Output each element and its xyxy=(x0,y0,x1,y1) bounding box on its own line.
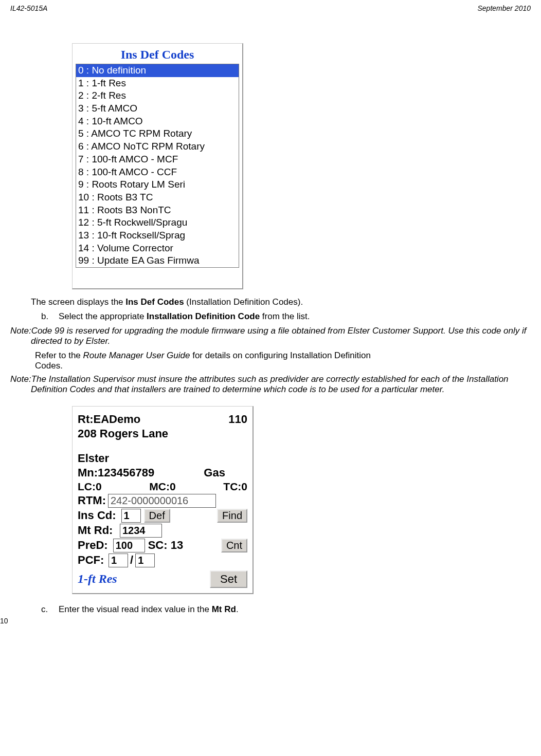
meter-number: Mn:123456789 xyxy=(78,466,154,480)
note-2: Note: The Installation Supervisor must i… xyxy=(10,374,531,395)
list-item[interactable]: 13 : 10-ft Rocksell/Sprag xyxy=(76,229,239,242)
find-button[interactable]: Find xyxy=(217,509,247,523)
list-item[interactable]: 0 : No definition xyxy=(76,64,239,77)
mc-value: MC:0 xyxy=(149,481,175,493)
rtm-input[interactable] xyxy=(108,494,216,508)
step-b-bullet: b. xyxy=(41,311,49,322)
pred-label: PreD: xyxy=(78,539,108,552)
pred-input[interactable] xyxy=(113,539,145,552)
selected-code-name: 1-ft Res xyxy=(78,572,117,586)
cnt-button[interactable]: Cnt xyxy=(221,539,247,552)
set-button[interactable]: Set xyxy=(210,570,247,588)
pcf-numerator-input[interactable] xyxy=(109,554,128,567)
page-number: 10 xyxy=(0,617,8,625)
list-item[interactable]: 5 : AMCO TC RPM Rotary xyxy=(76,127,239,140)
list-item[interactable]: 1 : 1-ft Res xyxy=(76,77,239,90)
pcf-label: PCF: xyxy=(78,554,106,567)
step-b: b. Select the appropriate Installation D… xyxy=(41,311,531,322)
note-1: Note: Code 99 is reserved for upgrading … xyxy=(10,326,531,346)
list-item[interactable]: 4 : 10-ft AMCO xyxy=(76,115,239,128)
doc-id: IL42-5015A xyxy=(10,4,47,12)
list-item[interactable]: 3 : 5-ft AMCO xyxy=(76,102,239,115)
tc-value: TC:0 xyxy=(223,481,247,493)
pcf-sep: / xyxy=(130,554,133,567)
pcf-denominator-input[interactable] xyxy=(135,554,155,567)
refer-line: Refer to the Route Manager User Guide fo… xyxy=(35,351,395,371)
ins-def-codes-list[interactable]: 0 : No definition 1 : 1-ft Res 2 : 2-ft … xyxy=(76,64,239,268)
list-item[interactable]: 8 : 100-ft AMCO - CCF xyxy=(76,166,239,179)
list-item[interactable]: 9 : Roots Rotary LM Seri xyxy=(76,178,239,191)
inscd-label: Ins Cd: xyxy=(78,509,116,522)
def-button[interactable]: Def xyxy=(144,509,170,523)
list-item[interactable]: 14 : Volume Corrector xyxy=(76,242,239,255)
list-item[interactable]: 7 : 100-ft AMCO - MCF xyxy=(76,153,239,166)
step-b-text: Select the appropriate Installation Defi… xyxy=(59,311,310,322)
company: Elster xyxy=(78,452,109,465)
caption-line: The screen displays the Ins Def Codes (I… xyxy=(31,297,531,308)
rtm-label: RTM: xyxy=(78,494,106,507)
list-item[interactable]: 11 : Roots B3 NonTC xyxy=(76,204,239,217)
list-item[interactable]: 2 : 2-ft Res xyxy=(76,89,239,102)
route-label: Rt:EADemo xyxy=(78,413,140,426)
inscd-input[interactable] xyxy=(121,509,141,523)
mtrd-label: Mt Rd: xyxy=(78,524,118,537)
list-item[interactable]: 12 : 5-ft Rockwell/Spragu xyxy=(76,216,239,229)
step-c-text: Enter the visual read index value in the… xyxy=(59,604,239,615)
step-c: c. Enter the visual read index value in … xyxy=(41,604,531,615)
list-item[interactable]: 10 : Roots B3 TC xyxy=(76,191,239,204)
meter-entry-panel: Rt:EADemo 110 208 Rogers Lane Elster Mn:… xyxy=(72,406,254,594)
list-item[interactable]: 99 : Update EA Gas Firmwa xyxy=(76,254,239,267)
address: 208 Rogers Lane xyxy=(78,427,168,440)
sc-value: SC: 13 xyxy=(148,539,183,552)
ins-def-codes-panel: Ins Def Codes 0 : No definition 1 : 1-ft… xyxy=(72,43,243,289)
list-item[interactable]: 6 : AMCO NoTC RPM Rotary xyxy=(76,140,239,153)
service-type: Gas xyxy=(204,466,225,480)
ins-def-codes-title: Ins Def Codes xyxy=(73,44,242,64)
doc-date: September 2010 xyxy=(477,4,531,12)
step-c-bullet: c. xyxy=(41,604,49,615)
lc-value: LC:0 xyxy=(78,481,102,493)
mtrd-input[interactable] xyxy=(120,524,162,538)
route-number: 110 xyxy=(228,413,247,426)
